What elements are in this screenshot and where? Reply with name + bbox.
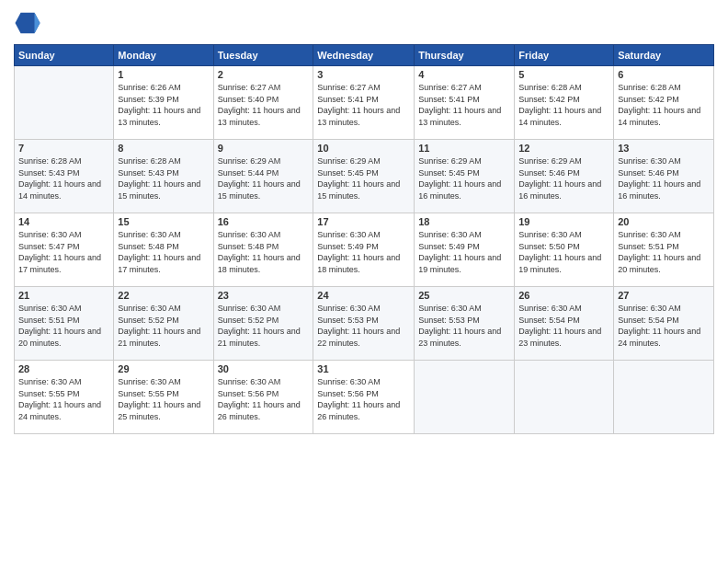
weekday-header-saturday: Saturday xyxy=(614,45,714,66)
day-number: 13 xyxy=(618,143,710,154)
day-info: Sunrise: 6:30 AMSunset: 5:53 PMDaylight:… xyxy=(317,303,410,349)
day-number: 3 xyxy=(317,69,410,80)
weekday-header-sunday: Sunday xyxy=(15,45,114,66)
day-number: 21 xyxy=(18,290,109,301)
calendar-cell: 15Sunrise: 6:30 AMSunset: 5:48 PMDayligh… xyxy=(114,213,213,287)
calendar-week-2: 7Sunrise: 6:28 AMSunset: 5:43 PMDaylight… xyxy=(15,140,714,213)
day-info: Sunrise: 6:27 AMSunset: 5:40 PMDaylight:… xyxy=(218,82,310,128)
day-info: Sunrise: 6:27 AMSunset: 5:41 PMDaylight:… xyxy=(418,82,510,128)
day-number: 24 xyxy=(317,290,410,301)
day-info: Sunrise: 6:27 AMSunset: 5:41 PMDaylight:… xyxy=(317,82,410,128)
calendar-cell: 17Sunrise: 6:30 AMSunset: 5:49 PMDayligh… xyxy=(313,213,415,287)
day-info: Sunrise: 6:30 AMSunset: 5:49 PMDaylight:… xyxy=(418,229,510,275)
day-info: Sunrise: 6:30 AMSunset: 5:56 PMDaylight:… xyxy=(317,376,410,422)
calendar-week-3: 14Sunrise: 6:30 AMSunset: 5:47 PMDayligh… xyxy=(15,213,714,287)
calendar-table: SundayMondayTuesdayWednesdayThursdayFrid… xyxy=(14,44,714,434)
day-number: 10 xyxy=(317,143,410,154)
day-info: Sunrise: 6:30 AMSunset: 5:56 PMDaylight:… xyxy=(218,376,310,422)
calendar-cell: 21Sunrise: 6:30 AMSunset: 5:51 PMDayligh… xyxy=(15,287,114,361)
calendar-cell: 13Sunrise: 6:30 AMSunset: 5:46 PMDayligh… xyxy=(614,140,714,213)
day-info: Sunrise: 6:30 AMSunset: 5:51 PMDaylight:… xyxy=(18,303,109,349)
day-number: 5 xyxy=(518,69,609,80)
day-number: 14 xyxy=(18,216,109,227)
day-number: 28 xyxy=(18,363,109,374)
calendar-cell xyxy=(515,361,614,434)
day-info: Sunrise: 6:28 AMSunset: 5:42 PMDaylight:… xyxy=(618,82,710,128)
day-info: Sunrise: 6:30 AMSunset: 5:52 PMDaylight:… xyxy=(218,303,310,349)
day-info: Sunrise: 6:30 AMSunset: 5:55 PMDaylight:… xyxy=(118,376,209,422)
day-number: 16 xyxy=(218,216,310,227)
day-number: 12 xyxy=(518,143,609,154)
calendar-week-1: 1Sunrise: 6:26 AMSunset: 5:39 PMDaylight… xyxy=(15,66,714,140)
calendar-cell: 27Sunrise: 6:30 AMSunset: 5:54 PMDayligh… xyxy=(614,287,714,361)
day-number: 8 xyxy=(118,143,209,154)
calendar-cell: 6Sunrise: 6:28 AMSunset: 5:42 PMDaylight… xyxy=(614,66,714,140)
day-info: Sunrise: 6:29 AMSunset: 5:44 PMDaylight:… xyxy=(218,155,310,201)
day-number: 30 xyxy=(218,363,310,374)
day-info: Sunrise: 6:30 AMSunset: 5:49 PMDaylight:… xyxy=(317,229,410,275)
day-number: 1 xyxy=(118,69,209,80)
page: SundayMondayTuesdayWednesdayThursdayFrid… xyxy=(0,0,728,563)
calendar-cell: 2Sunrise: 6:27 AMSunset: 5:40 PMDaylight… xyxy=(213,66,313,140)
weekday-header-wednesday: Wednesday xyxy=(313,45,415,66)
calendar-cell: 24Sunrise: 6:30 AMSunset: 5:53 PMDayligh… xyxy=(313,287,415,361)
day-number: 19 xyxy=(518,216,609,227)
day-number: 7 xyxy=(18,143,109,154)
day-number: 15 xyxy=(118,216,209,227)
day-number: 6 xyxy=(618,69,710,80)
svg-marker-1 xyxy=(35,13,40,34)
calendar-cell: 26Sunrise: 6:30 AMSunset: 5:54 PMDayligh… xyxy=(515,287,614,361)
calendar-cell: 25Sunrise: 6:30 AMSunset: 5:53 PMDayligh… xyxy=(415,287,515,361)
calendar-cell: 4Sunrise: 6:27 AMSunset: 5:41 PMDaylight… xyxy=(415,66,515,140)
day-info: Sunrise: 6:29 AMSunset: 5:45 PMDaylight:… xyxy=(317,155,410,201)
header xyxy=(14,9,714,37)
weekday-header-thursday: Thursday xyxy=(415,45,515,66)
day-number: 31 xyxy=(317,363,410,374)
day-info: Sunrise: 6:29 AMSunset: 5:45 PMDaylight:… xyxy=(418,155,510,201)
calendar-cell: 20Sunrise: 6:30 AMSunset: 5:51 PMDayligh… xyxy=(614,213,714,287)
calendar-cell xyxy=(614,361,714,434)
day-info: Sunrise: 6:28 AMSunset: 5:43 PMDaylight:… xyxy=(18,155,109,201)
day-info: Sunrise: 6:26 AMSunset: 5:39 PMDaylight:… xyxy=(118,82,209,128)
day-number: 9 xyxy=(218,143,310,154)
calendar-cell: 30Sunrise: 6:30 AMSunset: 5:56 PMDayligh… xyxy=(213,361,313,434)
weekday-header-tuesday: Tuesday xyxy=(213,45,313,66)
calendar-cell: 31Sunrise: 6:30 AMSunset: 5:56 PMDayligh… xyxy=(313,361,415,434)
calendar-week-5: 28Sunrise: 6:30 AMSunset: 5:55 PMDayligh… xyxy=(15,361,714,434)
day-number: 20 xyxy=(618,216,710,227)
day-number: 2 xyxy=(218,69,310,80)
calendar-cell: 18Sunrise: 6:30 AMSunset: 5:49 PMDayligh… xyxy=(415,213,515,287)
calendar-cell: 29Sunrise: 6:30 AMSunset: 5:55 PMDayligh… xyxy=(114,361,213,434)
day-number: 23 xyxy=(218,290,310,301)
calendar-cell: 9Sunrise: 6:29 AMSunset: 5:44 PMDaylight… xyxy=(213,140,313,213)
calendar-cell: 12Sunrise: 6:29 AMSunset: 5:46 PMDayligh… xyxy=(515,140,614,213)
day-number: 18 xyxy=(418,216,510,227)
day-info: Sunrise: 6:30 AMSunset: 5:48 PMDaylight:… xyxy=(118,229,209,275)
day-info: Sunrise: 6:30 AMSunset: 5:51 PMDaylight:… xyxy=(618,229,710,275)
weekday-header-row: SundayMondayTuesdayWednesdayThursdayFrid… xyxy=(15,45,714,66)
day-info: Sunrise: 6:30 AMSunset: 5:50 PMDaylight:… xyxy=(518,229,609,275)
day-number: 26 xyxy=(518,290,609,301)
day-info: Sunrise: 6:30 AMSunset: 5:52 PMDaylight:… xyxy=(118,303,209,349)
calendar-cell: 28Sunrise: 6:30 AMSunset: 5:55 PMDayligh… xyxy=(15,361,114,434)
weekday-header-monday: Monday xyxy=(114,45,213,66)
calendar-cell: 23Sunrise: 6:30 AMSunset: 5:52 PMDayligh… xyxy=(213,287,313,361)
calendar-cell: 11Sunrise: 6:29 AMSunset: 5:45 PMDayligh… xyxy=(415,140,515,213)
calendar-cell xyxy=(415,361,515,434)
day-number: 27 xyxy=(618,290,710,301)
day-number: 4 xyxy=(418,69,510,80)
day-number: 22 xyxy=(118,290,209,301)
day-info: Sunrise: 6:28 AMSunset: 5:42 PMDaylight:… xyxy=(518,82,609,128)
calendar-cell: 16Sunrise: 6:30 AMSunset: 5:48 PMDayligh… xyxy=(213,213,313,287)
day-info: Sunrise: 6:30 AMSunset: 5:54 PMDaylight:… xyxy=(518,303,609,349)
day-info: Sunrise: 6:30 AMSunset: 5:55 PMDaylight:… xyxy=(18,376,109,422)
calendar-cell: 3Sunrise: 6:27 AMSunset: 5:41 PMDaylight… xyxy=(313,66,415,140)
weekday-header-friday: Friday xyxy=(515,45,614,66)
day-info: Sunrise: 6:30 AMSunset: 5:53 PMDaylight:… xyxy=(418,303,510,349)
calendar-cell xyxy=(15,66,114,140)
day-info: Sunrise: 6:30 AMSunset: 5:48 PMDaylight:… xyxy=(218,229,310,275)
calendar-cell: 10Sunrise: 6:29 AMSunset: 5:45 PMDayligh… xyxy=(313,140,415,213)
calendar-cell: 5Sunrise: 6:28 AMSunset: 5:42 PMDaylight… xyxy=(515,66,614,140)
logo-icon xyxy=(14,9,41,37)
day-number: 29 xyxy=(118,363,209,374)
